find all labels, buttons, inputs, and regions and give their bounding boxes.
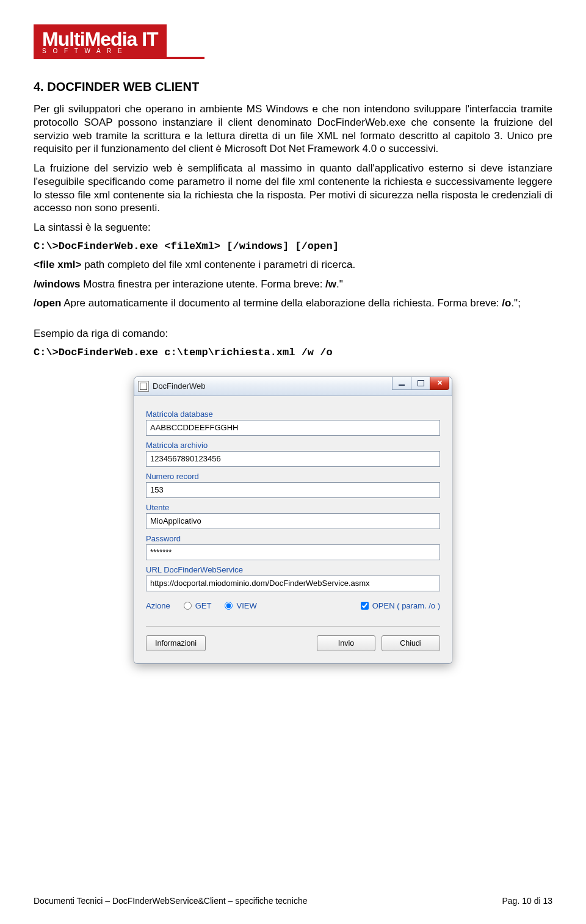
- window-buttons: ✕: [392, 377, 449, 390]
- example-intro: Esempio da riga di comando:: [34, 327, 552, 341]
- logo-main-text: MultiMedia IT: [42, 28, 158, 50]
- logo-underline: [34, 57, 204, 59]
- dialog-body: Matricola database Matricola archivio Nu…: [134, 396, 452, 663]
- dialog-button-row: Informazioni Invio Chiudi: [146, 626, 440, 659]
- maximize-button[interactable]: [411, 377, 430, 390]
- radio-get-text: GET: [195, 601, 212, 610]
- label-utente: Utente: [146, 503, 440, 512]
- close-button[interactable]: ✕: [430, 377, 449, 390]
- azione-row: Azione GET VIEW OPEN ( param. /o ): [146, 601, 440, 610]
- example-command: C:\>DocFinderWeb.exe c:\temp\richiesta.x…: [34, 347, 552, 358]
- footer-right: Pag. 10 di 13: [502, 896, 552, 906]
- input-utente[interactable]: [146, 513, 440, 529]
- invio-button[interactable]: Invio: [317, 635, 375, 651]
- label-url: URL DocFinderWebService: [146, 565, 440, 574]
- chiudi-button[interactable]: Chiudi: [382, 635, 440, 651]
- option-windows-tail: .": [336, 278, 343, 290]
- azione-label: Azione: [146, 601, 170, 610]
- option-open-desc: Apre automaticamente il documento al ter…: [61, 297, 502, 309]
- input-password[interactable]: [146, 544, 440, 560]
- syntax-intro: La sintassi è la seguente:: [34, 221, 552, 234]
- minimize-button[interactable]: [392, 377, 411, 390]
- option-windows-desc: Mostra finestra per interazione utente. …: [81, 278, 326, 290]
- brand-logo: MultiMedia IT S O F T W A R E: [34, 24, 167, 57]
- dialog-screenshot-wrap: DocFinderWeb ✕ Matricola database Matric…: [34, 377, 552, 664]
- informazioni-button[interactable]: Informazioni: [146, 635, 206, 651]
- radio-get-label[interactable]: GET: [184, 601, 212, 610]
- paragraph-2: La fruizione del servizio web è semplifi…: [34, 162, 552, 215]
- app-icon: [138, 381, 149, 392]
- input-numero-record[interactable]: [146, 482, 440, 498]
- paragraph-1: Per gli sviluppatori che operano in ambi…: [34, 103, 552, 156]
- document-page: MultiMedia IT S O F T W A R E 4. DOCFIND…: [0, 0, 586, 924]
- page-footer: Documenti Tecnici – DocFInderWebService&…: [34, 896, 552, 906]
- option-open-label: /open: [34, 297, 61, 309]
- docfinderweb-dialog: DocFinderWeb ✕ Matricola database Matric…: [134, 377, 452, 664]
- radio-get[interactable]: [184, 602, 192, 610]
- dialog-title: DocFinderWeb: [153, 381, 205, 391]
- section-heading: 4. DOCFINDER WEB CLIENT: [34, 80, 552, 94]
- checkbox-open[interactable]: [361, 602, 369, 610]
- dialog-titlebar[interactable]: DocFinderWeb ✕: [134, 377, 452, 396]
- label-numero-record: Numero record: [146, 472, 440, 481]
- option-windows-short: /w: [325, 278, 336, 290]
- footer-left: Documenti Tecnici – DocFInderWebService&…: [34, 896, 307, 906]
- radio-view-label[interactable]: VIEW: [225, 601, 256, 610]
- input-matricola-db[interactable]: [146, 420, 440, 436]
- option-filexml-label: <file xml>: [34, 259, 81, 270]
- syntax-command: C:\>DocFinderWeb.exe <fileXml> [/windows…: [34, 240, 552, 252]
- option-open-short: /o: [502, 297, 511, 309]
- option-windows: /windows Mostra finestra per interazione…: [34, 278, 552, 291]
- radio-view[interactable]: [225, 602, 233, 610]
- option-windows-label: /windows: [34, 278, 81, 290]
- option-filexml-desc: path completo del file xml contenente i …: [81, 259, 355, 270]
- input-matricola-arch[interactable]: [146, 451, 440, 467]
- option-filexml: <file xml> path completo del file xml co…: [34, 258, 552, 272]
- label-matricola-db: Matricola database: [146, 410, 440, 419]
- label-matricola-arch: Matricola archivio: [146, 441, 440, 450]
- option-open: /open Apre automaticamente il documento …: [34, 297, 552, 310]
- checkbox-open-label[interactable]: OPEN ( param. /o ): [361, 601, 440, 610]
- option-open-tail: .";: [511, 297, 520, 309]
- input-url[interactable]: [146, 576, 440, 591]
- checkbox-open-text: OPEN ( param. /o ): [372, 601, 440, 610]
- radio-view-text: VIEW: [236, 601, 256, 610]
- label-password: Password: [146, 534, 440, 543]
- brand-logo-block: MultiMedia IT S O F T W A R E: [34, 24, 552, 59]
